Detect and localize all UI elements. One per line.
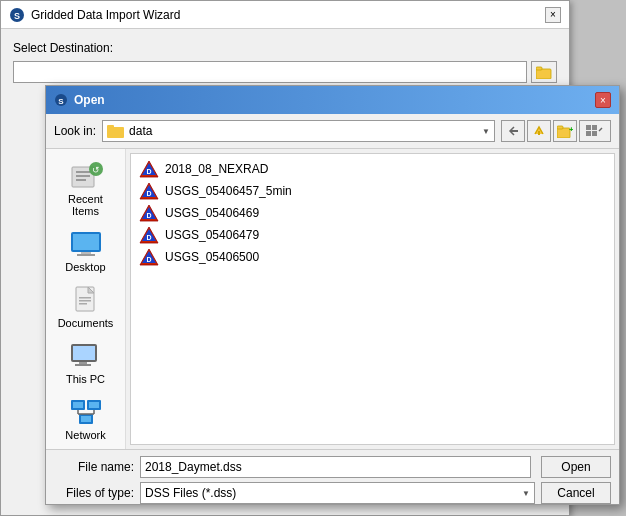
svg-rect-38 (89, 402, 99, 408)
file-name: USGS_05406469 (165, 206, 259, 220)
open-button[interactable]: Open (541, 456, 611, 478)
sidebar-thispc-label: This PC (66, 373, 105, 385)
list-item[interactable]: D USGS_05406479 (135, 224, 610, 246)
svg-rect-18 (76, 171, 90, 173)
filetype-value: DSS Files (*.dss) (145, 486, 236, 500)
sidebar-documents-label: Documents (58, 317, 114, 329)
sidebar-item-desktop[interactable]: Desktop (52, 225, 120, 277)
svg-rect-28 (79, 297, 91, 299)
file-name: USGS_05406500 (165, 250, 259, 264)
svg-text:D: D (146, 256, 151, 263)
dialog-bottom: File name: Open Files of type: DSS Files… (46, 449, 619, 514)
file-name: USGS_05406479 (165, 228, 259, 242)
up-button[interactable] (527, 120, 551, 142)
destination-input[interactable] (13, 61, 527, 83)
list-item[interactable]: D USGS_05406457_5min (135, 180, 610, 202)
browse-button[interactable] (531, 61, 557, 83)
dss-file-icon: D (139, 160, 159, 178)
file-name: 2018_08_NEXRAD (165, 162, 268, 176)
svg-text:+: + (569, 125, 573, 134)
new-folder-icon: + (557, 124, 573, 138)
dss-file-icon: D (139, 248, 159, 266)
dialog-titlebar: S Open × (46, 86, 619, 114)
lookin-select[interactable]: data ▼ (102, 120, 495, 142)
svg-text:S: S (14, 11, 20, 21)
svg-rect-40 (81, 416, 91, 422)
lookin-value: data (129, 124, 478, 138)
sidebar-recent-label: Recent Items (54, 193, 118, 217)
svg-rect-2 (536, 69, 551, 79)
svg-rect-36 (73, 402, 83, 408)
bg-titlebar: S Gridded Data Import Wizard × (1, 1, 569, 29)
thispc-icon (68, 342, 104, 370)
sidebar-item-thispc[interactable]: This PC (52, 337, 120, 389)
folder-icon (107, 124, 125, 138)
filetype-label: Files of type: (54, 486, 134, 500)
dss-file-icon: D (139, 226, 159, 244)
browse-icon (536, 65, 552, 79)
svg-rect-26 (77, 254, 95, 256)
filename-label: File name: (54, 460, 134, 474)
sidebar: ↺ Recent Items Desktop (46, 149, 126, 449)
dss-file-icon: D (139, 204, 159, 222)
svg-rect-34 (75, 364, 91, 366)
svg-rect-13 (586, 125, 591, 130)
filetype-select[interactable]: DSS Files (*.dss) ▼ (140, 482, 535, 504)
list-item[interactable]: D USGS_05406500 (135, 246, 610, 268)
dialog-title: Open (74, 93, 105, 107)
svg-rect-29 (79, 300, 91, 302)
lookin-label: Look in: (54, 124, 96, 138)
svg-rect-7 (107, 125, 114, 129)
svg-rect-8 (510, 130, 518, 132)
svg-text:S: S (58, 97, 64, 106)
bg-close-button[interactable]: × (545, 7, 561, 23)
network-icon (68, 398, 104, 426)
back-button[interactable] (501, 120, 525, 142)
svg-text:D: D (146, 190, 151, 197)
open-dialog: S Open × Look in: data ▼ (45, 85, 620, 505)
filename-input[interactable] (140, 456, 531, 478)
recent-items-icon: ↺ (68, 161, 104, 191)
sidebar-desktop-label: Desktop (65, 261, 105, 273)
svg-rect-11 (557, 126, 563, 129)
sidebar-item-documents[interactable]: Documents (52, 281, 120, 333)
svg-text:D: D (146, 168, 151, 175)
list-item[interactable]: D 2018_08_NEXRAD (135, 158, 610, 180)
svg-text:D: D (146, 234, 151, 241)
lookin-row: Look in: data ▼ (46, 114, 619, 149)
app-icon: S (9, 7, 25, 23)
bg-window-title: Gridded Data Import Wizard (31, 8, 180, 22)
lookin-dropdown-arrow: ▼ (482, 127, 490, 136)
svg-rect-9 (538, 131, 540, 135)
svg-rect-20 (76, 179, 86, 181)
sidebar-item-network[interactable]: Network (52, 393, 120, 445)
desktop-icon (68, 230, 104, 258)
views-button[interactable] (579, 120, 611, 142)
svg-rect-15 (586, 131, 591, 136)
sidebar-item-recent[interactable]: ↺ Recent Items (52, 157, 120, 221)
svg-rect-19 (76, 175, 90, 177)
new-folder-button[interactable]: + (553, 120, 577, 142)
select-destination-label: Select Destination: (13, 41, 557, 55)
svg-rect-14 (592, 125, 597, 130)
file-list[interactable]: D 2018_08_NEXRAD D USGS_05406457_5min D (130, 153, 615, 445)
dialog-app-icon: S (54, 93, 68, 107)
dss-file-icon: D (139, 182, 159, 200)
svg-text:↺: ↺ (92, 165, 100, 175)
list-item[interactable]: D USGS_05406469 (135, 202, 610, 224)
back-icon (506, 124, 520, 138)
views-icon (586, 125, 604, 137)
svg-text:D: D (146, 212, 151, 219)
dialog-body: ↺ Recent Items Desktop (46, 149, 619, 449)
cancel-button[interactable]: Cancel (541, 482, 611, 504)
documents-icon (71, 285, 101, 315)
up-icon (532, 124, 546, 138)
file-name: USGS_05406457_5min (165, 184, 292, 198)
svg-rect-3 (536, 67, 542, 70)
svg-rect-32 (73, 346, 95, 360)
filetype-dropdown-arrow: ▼ (522, 489, 530, 498)
dialog-close-button[interactable]: × (595, 92, 611, 108)
sidebar-network-label: Network (65, 429, 105, 441)
svg-rect-24 (73, 234, 99, 250)
svg-rect-16 (592, 131, 597, 136)
